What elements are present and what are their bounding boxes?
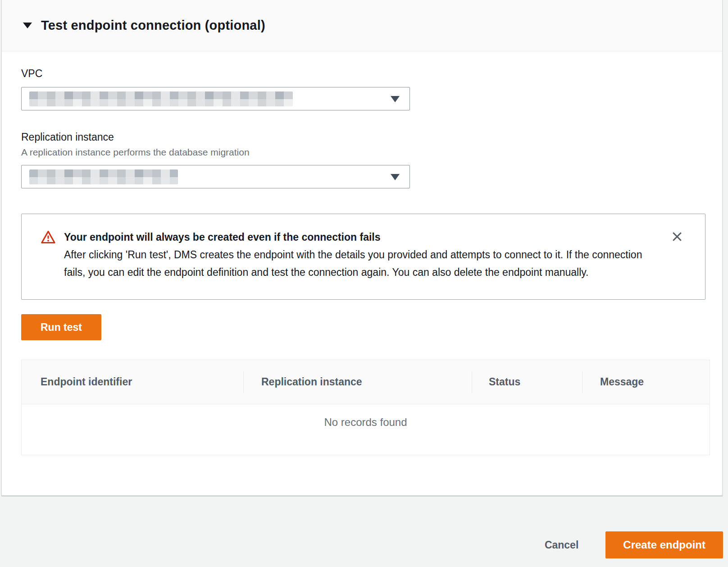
alert-body: After clicking 'Run test', DMS creates t… [64,246,650,281]
alert-text-block: Your endpoint will always be created eve… [64,229,650,281]
section-title: Test endpoint connection (optional) [41,18,265,33]
vpc-select[interactable] [21,87,410,110]
vpc-label: VPC [21,68,722,80]
close-icon[interactable] [670,229,684,244]
replication-instance-description: A replication instance performs the data… [21,147,722,158]
column-divider [582,371,582,393]
replication-instance-select[interactable] [21,165,410,188]
table-empty-state: No records found [22,404,710,455]
caret-down-icon [391,174,400,180]
table-header-row: Endpoint identifier Replication instance… [22,360,710,404]
column-header-message: Message [582,376,710,388]
replication-instance-label: Replication instance [21,131,722,143]
column-header-replication-instance: Replication instance [243,376,472,388]
run-test-button[interactable]: Run test [21,314,101,340]
section-content: VPC Replication instance A replication i… [2,68,722,455]
triangle-down-icon [23,23,32,28]
column-header-status: Status [472,376,582,388]
connection-results-table: Endpoint identifier Replication instance… [21,360,710,455]
column-divider [472,371,472,393]
caret-down-icon [391,96,400,102]
form-actions-footer: Cancel Create endpoint [0,496,728,567]
vpc-selected-value-redacted [29,91,293,106]
column-divider [243,371,244,393]
cancel-button[interactable]: Cancel [531,531,592,558]
warning-triangle-icon [41,230,56,246]
test-endpoint-connection-panel: Test endpoint connection (optional) VPC … [1,0,723,496]
create-endpoint-button[interactable]: Create endpoint [605,531,723,558]
section-header-test-endpoint-connection[interactable]: Test endpoint connection (optional) [2,0,722,51]
alert-title: Your endpoint will always be created eve… [64,229,650,246]
column-header-endpoint-identifier: Endpoint identifier [22,376,243,388]
replication-instance-selected-value-redacted [29,169,178,184]
endpoint-warning-alert: Your endpoint will always be created eve… [21,214,705,300]
